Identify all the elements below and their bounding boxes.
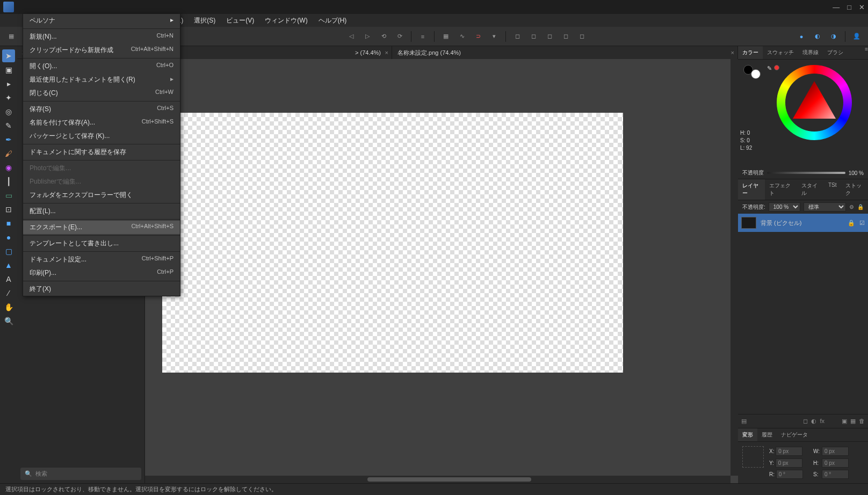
persona-submenu[interactable]: ペルソナ▸ [23, 14, 180, 27]
layer-groups-icon[interactable]: ▤ [741, 418, 747, 425]
menu-item[interactable]: エクスポート(E)...Ctrl+Alt+Shift+S [23, 221, 180, 234]
tab-stroke[interactable]: 境界線 [798, 46, 823, 59]
op3-icon[interactable]: ◻ [542, 30, 556, 43]
triangle-tool[interactable]: ▲ [2, 259, 15, 272]
tab-history[interactable]: 履歴 [757, 428, 777, 441]
document-tab[interactable]: 名称未設定.png (74.4%)× [392, 46, 738, 59]
move-tool[interactable]: ➤ [2, 49, 15, 62]
op1-icon[interactable]: ◻ [510, 30, 524, 43]
op2-icon[interactable]: ◻ [526, 30, 540, 43]
fill-swatch[interactable] [751, 69, 761, 79]
tool-group-icon[interactable]: ▦ [4, 30, 18, 43]
layer-lock-icon[interactable]: 🔒 [848, 220, 855, 227]
tab-tst[interactable]: TSt [824, 179, 841, 200]
menu-item[interactable]: ドキュメントに関する履歴を保存 [23, 145, 180, 159]
place-image-tool[interactable]: ▭ [2, 189, 15, 202]
tab-brushes[interactable]: ブラシ [823, 46, 848, 59]
magnet-icon[interactable]: ⊃ [471, 30, 485, 43]
adjust-icon[interactable]: ◐ [811, 418, 816, 425]
hand-tool[interactable]: ✋ [2, 301, 15, 314]
menu-item[interactable]: フォルダをエクスプローラーで開く [23, 188, 180, 202]
transparency-tool[interactable]: ┃ [2, 175, 15, 188]
persona-designer-icon[interactable]: ● [794, 30, 808, 43]
anchor-widget[interactable] [742, 446, 764, 468]
menu-item[interactable]: 最近使用したドキュメントを開く(R)▸ [23, 73, 180, 86]
dropdown-icon[interactable]: ▾ [487, 30, 501, 43]
tab-color[interactable]: カラー [738, 46, 763, 59]
fx-icon[interactable]: fx [820, 418, 824, 425]
transform-r-input[interactable] [776, 470, 803, 479]
transform-y-input[interactable] [776, 458, 802, 468]
menu-item[interactable]: テンプレートとして書き出し... [23, 237, 180, 250]
pencil-tool[interactable]: ✎ [2, 119, 15, 132]
eyedropper-icon[interactable]: ✎ [767, 65, 772, 79]
menu-item[interactable]: パッケージとして保存 (K)... [23, 129, 180, 143]
tab-swatches[interactable]: スウォッチ [763, 46, 798, 59]
tab-transform[interactable]: 変形 [738, 428, 757, 441]
vertical-scrollbar[interactable] [730, 59, 738, 476]
layer-opacity-select[interactable]: 100 % [769, 202, 800, 212]
node-tool[interactable]: ▸ [2, 77, 15, 90]
menu-item[interactable]: クリップボードから新規作成Ctrl+Alt+Shift+N [23, 43, 180, 57]
transform-s-input[interactable] [822, 470, 849, 479]
tab-layers[interactable]: レイヤー [738, 179, 765, 200]
horizontal-scrollbar[interactable] [145, 476, 730, 483]
recent-color[interactable] [774, 65, 779, 70]
corner-tool[interactable]: ◎ [2, 105, 15, 118]
account-icon[interactable]: 👤 [850, 30, 864, 43]
flip-v-icon[interactable]: ▷ [360, 30, 374, 43]
add-layer-icon[interactable]: ▣ [842, 418, 847, 425]
tab-styles[interactable]: スタイル [797, 179, 824, 200]
canvas[interactable] [145, 59, 738, 483]
pen-tool[interactable]: ✒ [2, 133, 15, 146]
artboard-tool[interactable]: ▣ [2, 63, 15, 76]
menu-item[interactable]: 印刷(P)...Ctrl+P [23, 266, 180, 280]
opacity-slider[interactable] [767, 172, 845, 174]
delete-layer-icon[interactable]: 🗑 [859, 418, 865, 425]
rotate-ccw-icon[interactable]: ⟲ [377, 30, 390, 43]
ellipse-tool[interactable]: ● [2, 231, 15, 244]
lock-icon[interactable]: 🔒 [857, 204, 864, 210]
menu-item[interactable]: 新規(N)...Ctrl+N [23, 30, 180, 43]
menu-item[interactable]: 保存(S)Ctrl+S [23, 103, 180, 116]
op4-icon[interactable]: ◻ [559, 30, 573, 43]
brush-tool[interactable]: 🖌 [2, 147, 15, 160]
crop-tool[interactable]: ⊡ [2, 203, 15, 216]
menu-item[interactable]: 名前を付けて保存(A)...Ctrl+Shift+S [23, 116, 180, 129]
snap-toggle-icon[interactable]: ∿ [455, 30, 469, 43]
gear-icon[interactable]: ⚙ [849, 204, 854, 210]
persona-export-icon[interactable]: ◑ [827, 30, 841, 43]
persona-pixel-icon[interactable]: ◐ [811, 30, 824, 43]
tab-stock[interactable]: ストック [841, 179, 868, 200]
point-transform-tool[interactable]: ✦ [2, 91, 15, 104]
maximize-button[interactable]: □ [847, 3, 851, 11]
menu-item[interactable]: 閉じる(C)Ctrl+W [23, 86, 180, 100]
rotate-cw-icon[interactable]: ⟳ [393, 30, 407, 43]
close-tab-icon[interactable]: × [385, 49, 388, 56]
menu-item[interactable]: 終了(X) [23, 282, 180, 296]
menu-view[interactable]: ビュー(V) [221, 14, 259, 27]
transform-x-input[interactable] [776, 447, 802, 456]
panel-menu-icon[interactable]: ≡ [865, 46, 868, 59]
layer-visible-checkbox[interactable]: ☑ [859, 220, 865, 227]
zoom-tool[interactable]: 🔍 [2, 315, 15, 327]
menu-help[interactable]: ヘルプ(H) [313, 14, 352, 27]
close-button[interactable]: ✕ [859, 3, 865, 11]
layer-blend-select[interactable]: 標準 [804, 202, 846, 212]
op5-icon[interactable]: ◻ [575, 30, 589, 43]
tab-effects[interactable]: エフェクト [765, 179, 797, 200]
text-tool[interactable]: A [2, 273, 15, 286]
layer-item[interactable]: 背景 (ピクセル) 🔒 ☑ [738, 214, 868, 232]
menu-window[interactable]: ウィンドウ(W) [259, 14, 313, 27]
transform-w-input[interactable] [822, 447, 849, 456]
menu-select[interactable]: 選択(S) [189, 14, 221, 27]
assets-search[interactable]: 🔍 検索 [20, 468, 141, 480]
menu-item[interactable]: ドキュメント設定...Ctrl+Shift+P [23, 253, 180, 266]
rounded-rect-tool[interactable]: ▢ [2, 245, 15, 258]
add-pixel-icon[interactable]: ▦ [850, 418, 856, 425]
tab-navigator[interactable]: ナビゲータ [777, 428, 812, 441]
transform-h-input[interactable] [822, 458, 849, 468]
snap-grid-icon[interactable]: ▦ [439, 30, 453, 43]
menu-item[interactable]: 配置(L)... [23, 205, 180, 218]
document-tab[interactable]: > (74.4%)× [145, 46, 392, 59]
